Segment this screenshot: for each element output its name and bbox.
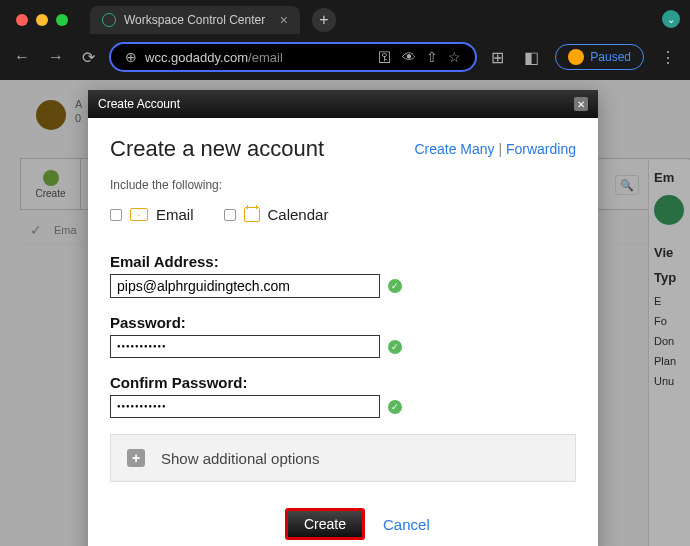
paused-label: Paused bbox=[590, 50, 631, 64]
star-icon[interactable]: ☆ bbox=[448, 49, 461, 65]
cancel-button[interactable]: Cancel bbox=[383, 516, 430, 533]
password-input[interactable] bbox=[110, 335, 380, 358]
site-favicon bbox=[102, 13, 116, 27]
address-bar[interactable]: ⊕ wcc.godaddy.com/email ⚿ 👁 ⇧ ☆ bbox=[109, 42, 477, 72]
separator: | bbox=[498, 141, 506, 157]
email-address-label: Email Address: bbox=[110, 253, 576, 270]
url-host: wcc.godaddy.com bbox=[145, 50, 248, 65]
mail-icon bbox=[130, 208, 148, 221]
nav-forward-icon[interactable]: → bbox=[44, 44, 68, 70]
browser-menu-dropdown[interactable]: ⌄ bbox=[662, 10, 680, 28]
additional-options-label: Show additional options bbox=[161, 450, 319, 467]
calendar-icon bbox=[244, 207, 260, 222]
eye-off-icon[interactable]: 👁 bbox=[402, 49, 416, 65]
password-label: Password: bbox=[110, 314, 576, 331]
modal-title: Create a new account bbox=[110, 136, 324, 162]
new-tab-button[interactable]: + bbox=[312, 8, 336, 32]
side-panel-icon[interactable]: ◧ bbox=[520, 44, 543, 71]
valid-check-icon: ✓ bbox=[388, 279, 402, 293]
tab-title: Workspace Control Center bbox=[124, 13, 265, 27]
create-many-link[interactable]: Create Many bbox=[414, 141, 494, 157]
modal-close-button[interactable]: ✕ bbox=[574, 97, 588, 111]
key-icon[interactable]: ⚿ bbox=[378, 49, 392, 65]
extensions-icon[interactable]: ⊞ bbox=[487, 44, 508, 71]
browser-menu-icon[interactable]: ⋮ bbox=[656, 44, 680, 71]
profile-paused-button[interactable]: Paused bbox=[555, 44, 644, 70]
nav-back-icon[interactable]: ← bbox=[10, 44, 34, 70]
valid-check-icon: ✓ bbox=[388, 400, 402, 414]
valid-check-icon: ✓ bbox=[388, 340, 402, 354]
nav-reload-icon[interactable]: ⟳ bbox=[78, 44, 99, 71]
share-icon[interactable]: ⇧ bbox=[426, 49, 438, 65]
site-info-icon[interactable]: ⊕ bbox=[125, 49, 137, 65]
confirm-password-input[interactable] bbox=[110, 395, 380, 418]
include-label: Include the following: bbox=[110, 178, 576, 192]
window-close[interactable] bbox=[16, 14, 28, 26]
plus-icon: + bbox=[127, 449, 145, 467]
create-account-modal: Create Account ✕ Create a new account Cr… bbox=[88, 90, 598, 546]
tab-close-icon[interactable]: × bbox=[280, 12, 288, 28]
url-path: /email bbox=[248, 50, 283, 65]
window-minimize[interactable] bbox=[36, 14, 48, 26]
email-checkbox-label: Email bbox=[156, 206, 194, 223]
browser-tab[interactable]: Workspace Control Center × bbox=[90, 6, 300, 34]
email-checkbox[interactable] bbox=[110, 209, 122, 221]
profile-avatar-icon bbox=[568, 49, 584, 65]
window-maximize[interactable] bbox=[56, 14, 68, 26]
calendar-checkbox-label: Calendar bbox=[268, 206, 329, 223]
email-address-input[interactable] bbox=[110, 274, 380, 298]
show-additional-options[interactable]: + Show additional options bbox=[110, 434, 576, 482]
create-button[interactable]: Create bbox=[285, 508, 365, 540]
modal-header-title: Create Account bbox=[98, 97, 180, 111]
calendar-checkbox[interactable] bbox=[224, 209, 236, 221]
confirm-password-label: Confirm Password: bbox=[110, 374, 576, 391]
forwarding-link[interactable]: Forwarding bbox=[506, 141, 576, 157]
